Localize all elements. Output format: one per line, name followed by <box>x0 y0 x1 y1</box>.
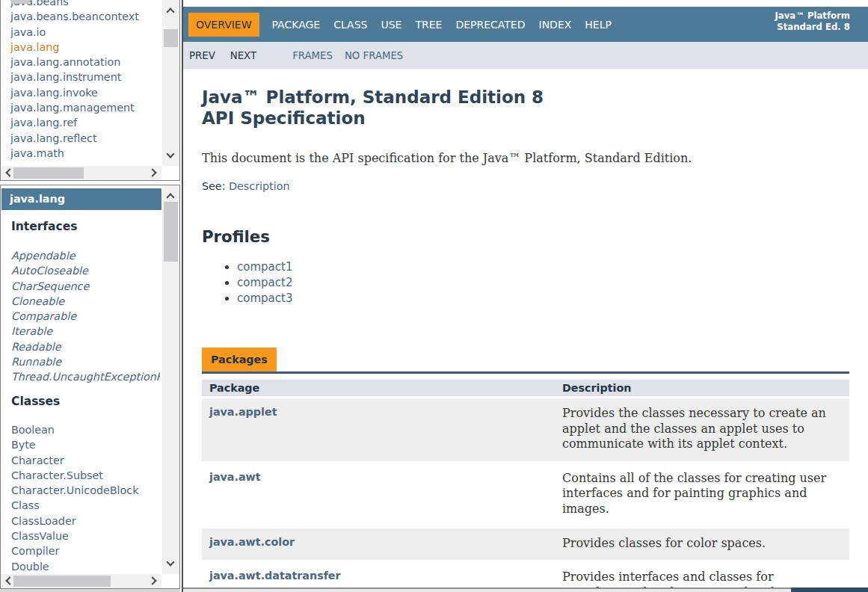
prev-label: PREV <box>189 50 215 61</box>
contents-vertical-scrollbar[interactable] <box>162 185 179 574</box>
package-link[interactable]: java.math <box>10 146 158 161</box>
page-title-line-2: API Specification <box>202 108 366 128</box>
package-link[interactable]: java.lang.ref <box>10 115 158 130</box>
package-link[interactable]: java.lang <box>10 40 158 55</box>
nav-item[interactable]: CLASS <box>327 13 374 37</box>
profile-link[interactable]: compact2 <box>237 275 849 291</box>
page-title-line-1: Java™ Platform, Standard Edition 8 <box>202 87 544 107</box>
overview-content: Java™ Platform, Standard Edition 8 API S… <box>183 87 868 592</box>
nav-item[interactable]: TREE <box>408 13 449 37</box>
selected-package-title: java.lang <box>1 188 161 210</box>
profile-link[interactable]: compact1 <box>237 259 849 275</box>
interface-link[interactable]: Thread.UncaughtExceptionHandler <box>11 369 160 384</box>
package-link[interactable]: java.awt.color <box>209 536 295 548</box>
nav-list: OVERVIEWPACKAGECLASSUSETREEDEPRECATEDIND… <box>188 7 868 42</box>
packages-vertical-scrollbar[interactable] <box>162 0 179 166</box>
caption-rule <box>202 371 849 374</box>
interface-link[interactable]: Runnable <box>11 354 160 369</box>
package-link[interactable]: java.beans.beancontext <box>10 9 158 24</box>
nav-item[interactable]: INDEX <box>532 13 579 37</box>
nav-item[interactable]: DEPRECATED <box>449 13 532 37</box>
packages-horizontal-scrollbar[interactable] <box>1 166 161 180</box>
class-link[interactable]: Byte <box>11 437 160 452</box>
packages-frame: java.beansjava.beans.beancontextjava.ioj… <box>0 0 180 181</box>
package-link[interactable]: java.lang.invoke <box>10 85 158 100</box>
packages-table-caption: Packages <box>202 348 277 371</box>
top-navigation-bar: OVERVIEWPACKAGECLASSUSETREEDEPRECATEDIND… <box>183 7 868 42</box>
brand-line-2: Standard Ed. 8 <box>775 22 850 33</box>
package-link[interactable]: java.lang.management <box>10 100 158 115</box>
interface-link[interactable]: Cloneable <box>11 294 160 309</box>
interface-link[interactable]: Iterable <box>11 324 160 339</box>
scroll-up-icon[interactable] <box>166 7 174 16</box>
frames-link[interactable]: FRAMES <box>292 50 333 61</box>
nav-item[interactable]: PACKAGE <box>265 13 327 37</box>
interface-link[interactable]: Appendable <box>11 248 160 263</box>
scrollbar-thumb[interactable] <box>13 576 111 587</box>
interface-link[interactable]: Readable <box>11 339 160 354</box>
table-row: java.awt.color Provides classes for colo… <box>202 527 849 561</box>
intro-paragraph: This document is the API specification f… <box>202 151 849 165</box>
class-link[interactable]: Boolean <box>11 422 160 437</box>
package-link[interactable]: java.lang.instrument <box>10 70 158 84</box>
description-column-header: Description <box>555 380 849 398</box>
class-link[interactable]: Character.Subset <box>11 468 160 483</box>
interface-link[interactable]: AutoCloseable <box>11 263 160 278</box>
scrollbar-thumb[interactable] <box>164 29 178 47</box>
class-link[interactable]: Class <box>11 498 160 513</box>
package-link[interactable]: java.beans <box>10 0 158 9</box>
class-link[interactable]: ClassValue <box>11 528 160 543</box>
scroll-right-icon[interactable] <box>148 576 156 585</box>
classes-heading: Classes <box>11 395 60 408</box>
brand-line-1: Java™ Platform <box>775 10 850 22</box>
no-frames-link[interactable]: NO FRAMES <box>345 50 403 61</box>
class-link[interactable]: Character.UnicodeBlock <box>11 483 160 498</box>
package-description: Provides the classes necessary to create… <box>562 404 842 452</box>
sub-navigation-bar: PREV NEXT FRAMES NO FRAMES <box>183 42 868 69</box>
class-link[interactable]: Character <box>11 453 160 468</box>
package-link[interactable]: java.lang.annotation <box>10 55 158 70</box>
description-link[interactable]: Description <box>229 180 289 192</box>
profile-link[interactable]: compact3 <box>237 291 849 306</box>
nav-item[interactable]: OVERVIEW <box>188 13 259 37</box>
page-title: Java™ Platform, Standard Edition 8 API S… <box>202 87 849 129</box>
scroll-left-icon[interactable] <box>5 576 13 585</box>
table-row: java.applet Provides the classes necessa… <box>202 398 849 463</box>
nav-item[interactable]: HELP <box>578 13 618 37</box>
class-link[interactable]: ClassLoader <box>11 514 160 528</box>
scrollbar-thumb[interactable] <box>791 588 868 592</box>
see-label: See: <box>202 180 225 192</box>
scroll-left-icon[interactable] <box>5 168 13 176</box>
table-header-row: Package Description <box>202 380 849 398</box>
scroll-up-icon[interactable] <box>166 193 174 201</box>
packages-table: Package Description java.applet Provides… <box>202 380 849 592</box>
package-link[interactable]: java.awt <box>209 471 261 483</box>
scroll-down-icon[interactable] <box>166 558 174 566</box>
package-cell: java.applet <box>202 398 555 463</box>
package-link[interactable]: java.applet <box>209 406 277 418</box>
package-description: Provides classes for color spaces. <box>562 534 842 552</box>
scrollbar-thumb[interactable] <box>164 202 178 262</box>
package-cell: java.awt.color <box>202 527 555 561</box>
nav-item[interactable]: USE <box>374 13 408 37</box>
package-link[interactable]: java.lang.reflect <box>10 131 158 146</box>
package-description: Contains all of the classes for creating… <box>562 469 842 517</box>
interface-link[interactable]: CharSequence <box>11 279 160 294</box>
scroll-down-icon[interactable] <box>166 149 174 158</box>
interfaces-heading: Interfaces <box>11 220 78 233</box>
scrollbar-thumb[interactable] <box>13 167 84 179</box>
scroll-right-icon[interactable] <box>148 168 156 176</box>
class-link[interactable]: Double <box>11 559 160 574</box>
package-link[interactable]: java.io <box>10 25 158 40</box>
product-brand: Java™ Platform Standard Ed. 8 <box>775 10 850 33</box>
package-cell: java.awt <box>202 462 555 527</box>
package-column-header: Package <box>202 380 555 398</box>
contents-horizontal-scrollbar[interactable] <box>1 574 161 588</box>
main-horizontal-scrollbar[interactable] <box>183 588 868 592</box>
interface-link[interactable]: Comparable <box>11 309 160 324</box>
window-edge <box>0 589 180 592</box>
class-link[interactable]: Compiler <box>11 543 160 558</box>
description-cell: Provides the classes necessary to create… <box>555 398 849 463</box>
package-list: java.beansjava.beans.beancontextjava.ioj… <box>10 0 158 161</box>
package-link[interactable]: java.awt.datatransfer <box>209 570 341 582</box>
